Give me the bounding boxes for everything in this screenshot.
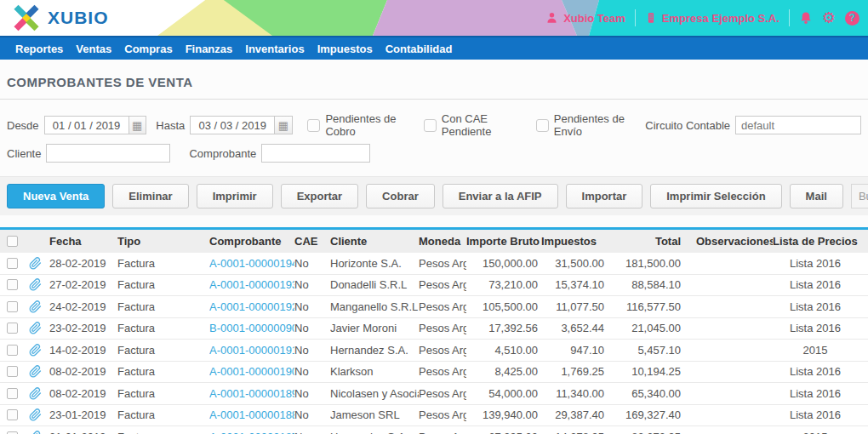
checkbox-icon[interactable] (307, 119, 320, 132)
attachment-paperclip-icon[interactable] (29, 431, 49, 434)
row-checkbox[interactable] (7, 345, 18, 356)
importar-button[interactable]: Importar (566, 184, 643, 208)
desde-calendar-icon[interactable]: ▦ (129, 116, 146, 134)
col-fecha: Fecha (49, 235, 117, 248)
attachment-paperclip-icon[interactable] (29, 344, 49, 357)
enviar-a-la-afip-button[interactable]: Enviar a la AFIP (443, 184, 558, 208)
imprimir-button[interactable]: Imprimir (197, 184, 273, 208)
filter-checkbox-con-cae-pendiente[interactable]: Con CAE Pendiente (424, 112, 516, 138)
comprobante-link[interactable]: A-0001-00000188 (209, 408, 294, 421)
attachment-paperclip-icon[interactable] (29, 387, 49, 400)
cell-total: 21,045.00 (608, 322, 684, 334)
cell-moneda: Pesos Arg (419, 408, 466, 421)
attachment-paperclip-icon[interactable] (29, 257, 49, 270)
comprobante-link[interactable]: A-0001-00000191 (209, 344, 294, 357)
filters-section: Desde ▦ Hasta ▦ Pendientes de CobroCon C… (0, 100, 868, 163)
checkbox-icon[interactable] (424, 119, 437, 132)
cell-cliente: Manganello S.R.L (330, 300, 419, 313)
comprobante-link[interactable]: A-0001-00000189 (209, 387, 294, 400)
title-row: COMPROBANTES DE VENTA (0, 60, 868, 100)
comprobante-link[interactable]: B-0001-00000090 (209, 322, 294, 334)
filters-row-1: Desde ▦ Hasta ▦ Pendientes de CobroCon C… (7, 112, 861, 138)
hasta-label: Hasta (156, 119, 185, 132)
table-row: 27-02-2019 Factura A-0001-00000193 No Do… (0, 275, 868, 297)
cell-lista-de-precios: Lista 2016 (773, 365, 858, 378)
hasta-date-input[interactable] (190, 116, 275, 134)
row-checkbox[interactable] (7, 258, 18, 269)
xubio-logo[interactable]: XUBIO (12, 4, 109, 31)
cell-tipo: Factura (117, 278, 209, 291)
table-row: 08-02-2019 Factura A-0001-00000190 No Kl… (0, 362, 868, 384)
company-menu[interactable]: Empresa Ejemplo S.A. (645, 11, 779, 25)
cell-fecha: 08-02-2019 (49, 387, 117, 400)
row-checkbox[interactable] (7, 301, 18, 312)
attachment-paperclip-icon[interactable] (29, 365, 49, 378)
select-all-checkbox[interactable] (7, 236, 18, 247)
attachment-paperclip-icon[interactable] (29, 278, 49, 291)
cell-lista-de-precios: Lista 2016 (773, 387, 858, 400)
search-input[interactable] (851, 184, 868, 208)
filter-checkbox-pendientes-de-cobro[interactable]: Pendientes de Cobro (307, 112, 403, 138)
checkbox-icon[interactable] (536, 119, 549, 132)
comprobante-link[interactable]: A-0001-00000187 (209, 431, 294, 434)
cell-impuestos: 947.10 (541, 344, 608, 357)
page-title: COMPROBANTES DE VENTA (7, 75, 193, 89)
nav-item-finanzas[interactable]: Finanzas (186, 43, 233, 55)
logo-text: XUBIO (48, 8, 109, 28)
nav-item-impuestos[interactable]: Impuestos (317, 43, 373, 55)
row-checkbox[interactable] (7, 323, 18, 334)
eliminar-button[interactable]: Eliminar (112, 184, 188, 208)
user-menu[interactable]: Xubio Team (545, 11, 625, 25)
nav-item-contabilidad[interactable]: Contabilidad (385, 43, 453, 55)
cell-cliente: Donadelli S.R.L (330, 278, 419, 291)
table-row: 14-02-2019 Factura A-0001-00000191 No He… (0, 340, 868, 362)
attachment-paperclip-icon[interactable] (29, 408, 49, 421)
nav-item-inventarios[interactable]: Inventarios (245, 43, 304, 55)
filter-checkbox-pendientes-de-envío[interactable]: Pendientes de Envío (536, 112, 631, 138)
nav-item-compras[interactable]: Compras (124, 43, 172, 55)
cell-importe-bruto: 67,995.00 (466, 431, 541, 434)
cell-tipo: Factura (117, 408, 209, 421)
attachment-paperclip-icon[interactable] (29, 300, 49, 313)
notifications-bell-icon[interactable] (799, 11, 813, 25)
hasta-calendar-icon[interactable]: ▦ (275, 116, 292, 134)
attachment-paperclip-icon[interactable] (29, 322, 49, 334)
topbar-user-area: Xubio Team Empresa Ejemplo S.A. (545, 0, 859, 36)
nav-item-ventas[interactable]: Ventas (76, 43, 111, 55)
comprobante-link[interactable]: A-0001-00000194 (209, 257, 294, 270)
cliente-input[interactable] (46, 144, 170, 163)
exportar-button[interactable]: Exportar (281, 184, 358, 208)
cell-cliente: Klarkson (330, 365, 419, 378)
comprobante-link[interactable]: A-0001-00000192 (209, 300, 294, 313)
cell-cae: No (294, 365, 330, 378)
settings-gear-icon[interactable]: ⚙ (822, 10, 836, 26)
row-checkbox[interactable] (7, 279, 18, 290)
user-icon (545, 11, 558, 25)
row-checkbox[interactable] (7, 409, 18, 420)
cell-fecha: 14-02-2019 (49, 344, 117, 357)
comprobante-link[interactable]: A-0001-00000193 (209, 278, 294, 291)
row-checkbox[interactable] (7, 366, 18, 377)
cell-lista-de-precios: Lista 2016 (773, 257, 858, 270)
top-banner: XUBIO Xubio Team (0, 0, 868, 36)
cell-cliente: Javier Moroni (330, 322, 419, 334)
row-checkbox[interactable] (7, 388, 18, 399)
cell-total: 181,500.00 (608, 257, 684, 270)
nueva-venta-button[interactable]: Nueva Venta (7, 184, 105, 208)
cell-lista-de-precios: 2015 (773, 344, 858, 357)
desde-date-input[interactable] (44, 116, 129, 134)
comprobante-input[interactable] (261, 144, 370, 163)
nav-item-reportes[interactable]: Reportes (15, 43, 63, 55)
mail-button[interactable]: Mail (790, 184, 843, 208)
cell-cliente: Hernandez S.A. (330, 431, 419, 434)
imprimir-selección-button[interactable]: Imprimir Selección (650, 184, 781, 208)
table-row: 24-02-2019 Factura A-0001-00000192 No Ma… (0, 296, 868, 318)
help-icon[interactable]: ? (845, 11, 859, 26)
cobrar-button[interactable]: Cobrar (366, 184, 435, 208)
cell-fecha: 21-01-2019 (49, 431, 117, 434)
cell-lista-de-precios: Lista 2016 (773, 322, 858, 334)
cell-cae: No (294, 257, 330, 270)
comprobante-link[interactable]: A-0001-00000190 (209, 365, 294, 378)
circuito-contable-input[interactable] (735, 116, 861, 134)
cell-total: 5,457.10 (608, 344, 684, 357)
